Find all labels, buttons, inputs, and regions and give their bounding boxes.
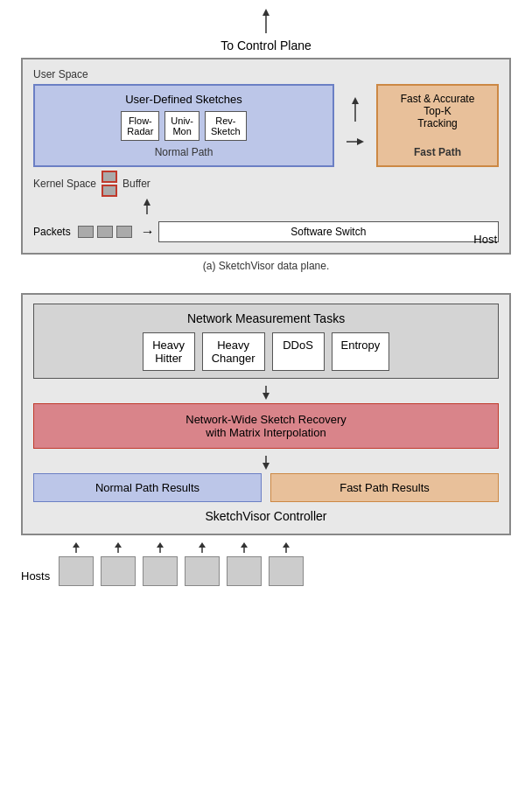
normal-path-bottom-label: Normal Path (44, 146, 324, 158)
packets-arrow: → (141, 224, 155, 240)
host-sq-5 (227, 556, 262, 586)
diagram-a: To Control Plane User Space User-Defined… (21, 9, 511, 286)
host-1-arrow (67, 542, 85, 555)
packet-2 (97, 226, 113, 238)
normal-path-box: User-Defined Sketches Flow-Radar Univ-Mo… (33, 84, 334, 167)
host-sq-1 (59, 556, 94, 586)
packet-1 (78, 226, 94, 238)
packet-squares (78, 226, 132, 238)
sketch-flow-radar: Flow-Radar (121, 111, 159, 141)
host-5-with-arrow (227, 542, 262, 586)
host-4-arrow (193, 542, 211, 555)
kernel-space-label: Kernel Space (33, 178, 96, 190)
host-label: Host (473, 233, 497, 246)
svg-marker-7 (144, 199, 150, 206)
diagram-a-caption: (a) SketchVisor data plane. (21, 260, 511, 272)
tasks-row: HeavyHitter HeavyChanger DDoS Entropy (43, 332, 489, 371)
host-4-with-arrow (185, 542, 220, 586)
host-sq-6 (269, 556, 304, 586)
host-2-arrow (109, 542, 127, 555)
host-5-arrow (235, 542, 253, 555)
host-box: User Space User-Defined Sketches Flow-Ra… (21, 58, 511, 255)
user-space-label: User Space (33, 68, 499, 80)
host-sq-3 (143, 556, 178, 586)
fast-path-title-text: Fast & AccurateTop-KTracking (401, 93, 475, 129)
task-heavy-hitter: HeavyHitter (143, 332, 195, 371)
kernel-space-row: Kernel Space Buffer (33, 171, 499, 197)
results-row: Normal Path Results Fast Path Results (33, 473, 499, 502)
host-3-arrow (151, 542, 169, 555)
fast-path-box: Fast & AccurateTop-KTracking Fast Path (376, 84, 499, 167)
task-ddos: DDoS (272, 332, 325, 371)
buffer-label: Buffer (122, 178, 150, 190)
middle-arrows (343, 84, 368, 167)
sketch-rev-sketch: Rev-Sketch (205, 111, 247, 141)
host-sq-4 (185, 556, 220, 586)
control-plane-label: To Control Plane (21, 38, 511, 52)
hosts-row: Hosts (21, 542, 511, 586)
right-arrow-center (346, 129, 364, 155)
buffer-square-2 (102, 185, 117, 197)
kernel-up-arrow (138, 199, 499, 216)
packet-3 (116, 226, 132, 238)
svg-marker-15 (115, 542, 122, 548)
svg-marker-19 (199, 542, 206, 548)
buffer-squares (102, 171, 117, 197)
sketch-recovery-box: Network-Wide Sketch Recoverywith Matrix … (33, 403, 499, 449)
task-entropy: Entropy (332, 332, 390, 371)
user-space-row: User-Defined Sketches Flow-Radar Univ-Mo… (33, 84, 499, 167)
sketchvisor-controller-label: SketchVisor Controller (33, 509, 499, 523)
fast-path-bottom-label: Fast Path (414, 146, 461, 158)
svg-marker-13 (73, 542, 80, 548)
arrow-to-recovery (33, 386, 499, 400)
host-squares-row (59, 542, 304, 586)
svg-marker-1 (262, 9, 270, 16)
svg-marker-5 (357, 138, 364, 145)
packets-label: Packets (33, 226, 71, 238)
host-3-with-arrow (143, 542, 178, 586)
task-heavy-changer: HeavyChanger (202, 332, 265, 371)
normal-results-box: Normal Path Results (33, 473, 262, 502)
host-6-arrow (277, 542, 295, 555)
up-arrow-center (346, 97, 364, 123)
svg-marker-9 (262, 393, 270, 400)
svg-marker-11 (262, 463, 270, 470)
packets-row: Packets → Software Switch (33, 221, 499, 242)
sketches-row: Flow-Radar Univ-Mon Rev-Sketch (44, 111, 324, 141)
host-sq-2 (101, 556, 136, 586)
hosts-label: Hosts (21, 569, 50, 583)
net-measurement-box: Network Measurement Tasks HeavyHitter He… (33, 304, 499, 379)
top-arrow (21, 9, 511, 35)
net-measurement-title: Network Measurement Tasks (43, 311, 489, 325)
svg-marker-23 (283, 542, 290, 548)
fast-results-box: Fast Path Results (270, 473, 499, 502)
host-2-with-arrow (101, 542, 136, 586)
normal-path-title: User-Defined Sketches (44, 93, 324, 106)
svg-marker-3 (352, 97, 359, 104)
host-6-with-arrow (269, 542, 304, 586)
host-1-with-arrow (59, 542, 94, 586)
software-switch-box: Software Switch (158, 221, 499, 242)
arrow-to-results (33, 456, 499, 470)
buffer-square-1 (102, 171, 117, 183)
controller-box: Network Measurement Tasks HeavyHitter He… (21, 293, 511, 535)
svg-marker-21 (241, 542, 248, 548)
svg-marker-17 (157, 542, 164, 548)
diagram-b: Network Measurement Tasks HeavyHitter He… (21, 293, 511, 586)
sketch-univ-mon: Univ-Mon (164, 111, 200, 141)
